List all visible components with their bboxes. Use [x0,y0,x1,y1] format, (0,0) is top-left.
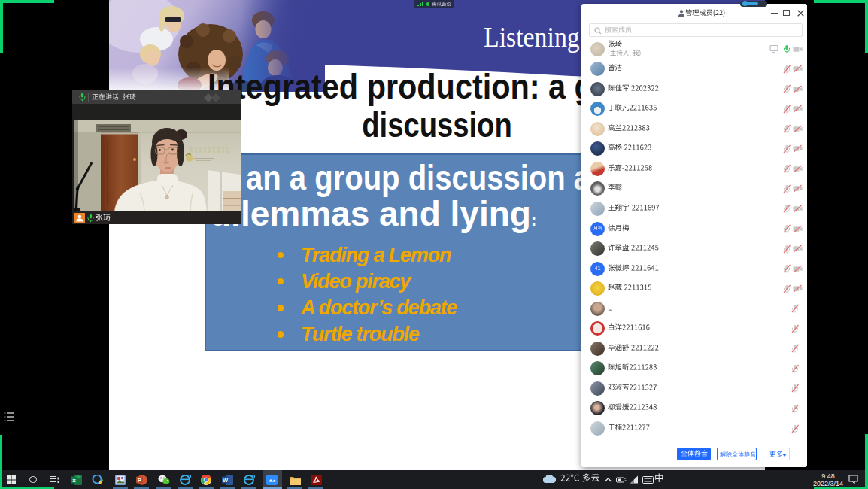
svg-text:P: P [138,477,142,484]
svg-text:x: x [72,477,76,484]
svg-text:W: W [223,477,229,484]
